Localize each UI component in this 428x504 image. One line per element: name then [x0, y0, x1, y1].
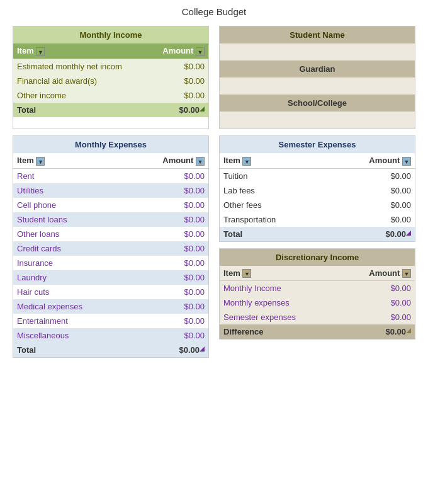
discretionary-income-section: Discretionary Income Item ▼ Amount ▼ Mon…	[219, 248, 415, 340]
income-item-0: Estimated monthly net incom	[13, 59, 140, 74]
school-label: School/College	[220, 94, 415, 112]
discr-amount-1[interactable]: $0.00	[347, 295, 415, 310]
monthly-exp-col-amount: Amount ▼	[140, 153, 209, 168]
income-row-2: Other income $0.00	[13, 88, 208, 103]
semester-expenses-section: Semester Expenses Item ▼ Amount ▼ Tuitio…	[219, 135, 415, 242]
income-amount-2[interactable]: $0.00	[140, 88, 209, 103]
semester-exp-total-row: Total $0.00	[220, 227, 415, 241]
monthly-exp-item-4: Other loans	[13, 227, 140, 241]
monthly-exp-item-6: Insurance	[13, 256, 140, 270]
discr-amount-dropdown[interactable]: ▼	[402, 269, 411, 278]
discr-amount-0[interactable]: $0.00	[347, 281, 415, 296]
monthly-exp-amount-9[interactable]: $0.00	[140, 299, 209, 314]
income-amount-1[interactable]: $0.00	[140, 74, 209, 88]
discr-row-2: Semester expenses $0.00	[220, 310, 415, 324]
discr-col-amount: Amount ▼	[347, 266, 415, 281]
semester-exp-corner-mark	[406, 231, 411, 236]
monthly-exp-row-4: Other loans $0.00	[13, 227, 208, 241]
monthly-exp-row-7: Laundry $0.00	[13, 270, 208, 285]
guardian-input-row	[220, 77, 415, 94]
income-amount-0[interactable]: $0.00	[140, 59, 209, 74]
monthly-exp-amount-8[interactable]: $0.00	[140, 285, 209, 299]
monthly-exp-row-1: Utilities $0.00	[13, 183, 208, 198]
monthly-exp-item-9: Medical expenses	[13, 299, 140, 314]
monthly-exp-item-1: Utilities	[13, 183, 140, 198]
monthly-exp-amount-7[interactable]: $0.00	[140, 270, 209, 285]
monthly-income-section: Monthly Income Item ▼ Amount ▼ Estimated…	[13, 26, 209, 129]
monthly-exp-item-0: Rent	[13, 168, 140, 183]
monthly-exp-row-6: Insurance $0.00	[13, 256, 208, 270]
discr-total-value: $0.00	[347, 324, 415, 339]
monthly-exp-row-10: Entertainment $0.00	[13, 314, 208, 328]
semester-exp-col-item: Item ▼	[220, 153, 347, 168]
monthly-exp-corner-mark	[200, 346, 205, 352]
semester-exp-amount-2[interactable]: $0.00	[347, 198, 415, 212]
semester-exp-item-3: Transportation	[220, 212, 347, 227]
school-field[interactable]	[220, 112, 415, 129]
semester-exp-item-2: Other fees	[220, 198, 347, 212]
income-amount-dropdown[interactable]: ▼	[196, 47, 205, 56]
semester-exp-row-3: Transportation $0.00	[220, 212, 415, 227]
monthly-exp-amount-dropdown[interactable]: ▼	[196, 157, 205, 166]
monthly-exp-item-11: Miscellaneous	[13, 328, 140, 343]
income-total-label: Total	[13, 103, 140, 117]
discr-col-item: Item ▼	[220, 266, 347, 281]
monthly-exp-row-11: Miscellaneous $0.00	[13, 328, 208, 343]
monthly-exp-row-5: Credit cards $0.00	[13, 241, 208, 256]
monthly-exp-item-10: Entertainment	[13, 314, 140, 328]
semester-exp-item-dropdown[interactable]: ▼	[242, 157, 251, 166]
discretionary-income-header: Discretionary Income	[220, 249, 415, 266]
semester-exp-amount-0[interactable]: $0.00	[347, 168, 415, 183]
semester-exp-amount-dropdown[interactable]: ▼	[402, 157, 411, 166]
student-info-section: Student Name Guardian School/College	[219, 26, 415, 129]
semester-exp-total-value: $0.00	[347, 227, 415, 241]
income-row-0: Estimated monthly net incom $0.00	[13, 59, 208, 74]
income-item-dropdown[interactable]: ▼	[36, 47, 45, 56]
monthly-exp-amount-10[interactable]: $0.00	[140, 314, 209, 328]
discr-item-0: Monthly Income	[220, 281, 347, 296]
income-total-value: $0.00	[140, 103, 209, 117]
monthly-exp-row-0: Rent $0.00	[13, 168, 208, 183]
discr-amount-2[interactable]: $0.00	[347, 310, 415, 324]
guardian-field[interactable]	[220, 77, 415, 94]
monthly-income-header: Monthly Income	[13, 26, 208, 43]
semester-exp-amount-3[interactable]: $0.00	[347, 212, 415, 227]
monthly-exp-item-2: Cell phone	[13, 198, 140, 212]
discr-item-dropdown[interactable]: ▼	[242, 269, 251, 278]
monthly-exp-row-8: Hair cuts $0.00	[13, 285, 208, 299]
school-label-row: School/College	[220, 94, 415, 112]
monthly-exp-item-7: Laundry	[13, 270, 140, 285]
income-item-1: Financial aid award(s)	[13, 74, 140, 88]
monthly-expenses-header: Monthly Expenses	[13, 136, 208, 153]
monthly-exp-amount-6[interactable]: $0.00	[140, 256, 209, 270]
income-corner-mark	[200, 106, 205, 112]
page-title: College Budget	[13, 6, 415, 17]
monthly-expenses-section: Monthly Expenses Item ▼ Amount ▼ Rent $0…	[13, 135, 209, 358]
monthly-exp-amount-0[interactable]: $0.00	[140, 168, 209, 183]
income-total-row: Total $0.00	[13, 103, 208, 117]
student-name-field[interactable]	[220, 43, 415, 60]
discr-item-1: Monthly expenses	[220, 295, 347, 310]
discr-item-2: Semester expenses	[220, 310, 347, 324]
monthly-exp-row-9: Medical expenses $0.00	[13, 299, 208, 314]
monthly-exp-total-value: $0.00	[140, 343, 209, 357]
discr-corner-mark	[406, 328, 411, 333]
monthly-exp-amount-4[interactable]: $0.00	[140, 227, 209, 241]
monthly-exp-col-item: Item ▼	[13, 153, 140, 168]
semester-exp-row-1: Lab fees $0.00	[220, 183, 415, 198]
monthly-exp-amount-3[interactable]: $0.00	[140, 212, 209, 227]
guardian-label: Guardian	[220, 60, 415, 77]
semester-exp-amount-1[interactable]: $0.00	[347, 183, 415, 198]
monthly-exp-item-5: Credit cards	[13, 241, 140, 256]
monthly-exp-amount-11[interactable]: $0.00	[140, 328, 209, 343]
monthly-exp-amount-5[interactable]: $0.00	[140, 241, 209, 256]
income-col-amount: Amount ▼	[140, 43, 209, 59]
monthly-exp-item-dropdown[interactable]: ▼	[36, 157, 45, 166]
monthly-exp-row-2: Cell phone $0.00	[13, 198, 208, 212]
semester-expenses-header: Semester Expenses	[220, 136, 415, 153]
monthly-exp-amount-2[interactable]: $0.00	[140, 198, 209, 212]
semester-exp-col-amount: Amount ▼	[347, 153, 415, 168]
semester-exp-row-2: Other fees $0.00	[220, 198, 415, 212]
monthly-exp-amount-1[interactable]: $0.00	[140, 183, 209, 198]
semester-exp-item-1: Lab fees	[220, 183, 347, 198]
